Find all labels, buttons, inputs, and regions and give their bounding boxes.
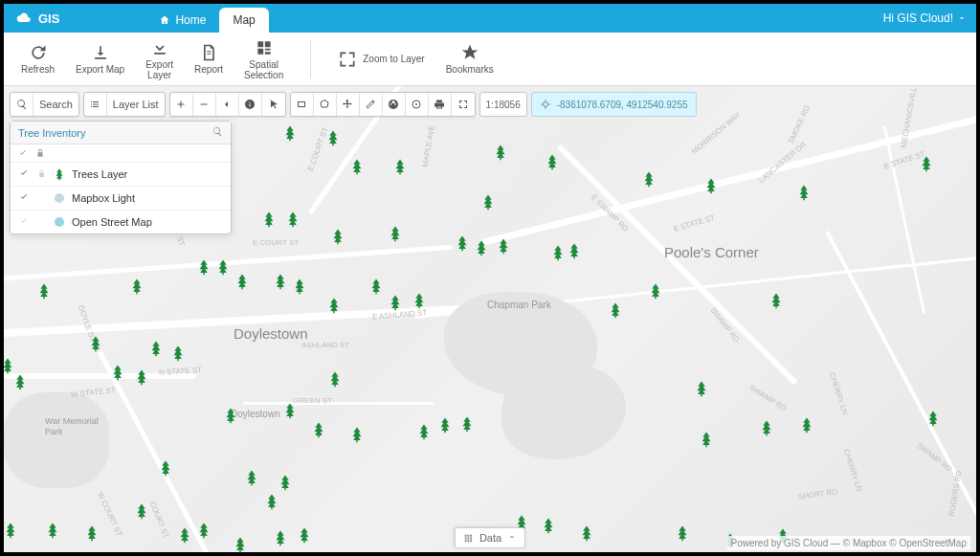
tree-marker[interactable] bbox=[4, 522, 19, 539]
tree-marker[interactable] bbox=[674, 524, 691, 542]
tree-marker[interactable] bbox=[157, 459, 174, 477]
tree-marker[interactable] bbox=[133, 502, 150, 520]
tree-marker[interactable] bbox=[310, 421, 327, 438]
logo[interactable]: GIS bbox=[13, 11, 59, 26]
tree-marker[interactable] bbox=[918, 155, 935, 172]
tree-marker[interactable] bbox=[147, 340, 165, 357]
tree-marker[interactable] bbox=[87, 335, 104, 352]
layer-row-trees[interactable]: Trees Layer bbox=[11, 163, 231, 187]
tree-marker[interactable] bbox=[4, 357, 16, 374]
tree-marker[interactable] bbox=[214, 258, 232, 276]
bookmarks-button[interactable]: Bookmarks bbox=[446, 43, 494, 75]
tree-marker[interactable] bbox=[348, 158, 366, 175]
tree-marker[interactable] bbox=[473, 239, 490, 256]
layer-check[interactable] bbox=[18, 168, 30, 180]
tree-marker[interactable] bbox=[566, 242, 583, 259]
tree-marker[interactable] bbox=[176, 526, 193, 544]
map[interactable]: Doylestown Poole's Corner Doylestown Cha… bbox=[4, 86, 976, 552]
search-icon-btn[interactable] bbox=[11, 93, 33, 116]
tree-marker[interactable] bbox=[640, 170, 657, 188]
tree-marker[interactable] bbox=[133, 368, 150, 386]
tree-marker[interactable] bbox=[291, 278, 308, 295]
layer-panel-zoom-icon[interactable] bbox=[212, 126, 223, 139]
tree-marker[interactable] bbox=[277, 474, 294, 491]
tree-marker[interactable] bbox=[647, 282, 664, 300]
tree-marker[interactable] bbox=[296, 526, 313, 544]
tab-map[interactable]: Map bbox=[219, 8, 268, 33]
refresh-button[interactable]: Refresh bbox=[21, 43, 55, 75]
tree-marker[interactable] bbox=[924, 410, 942, 427]
tree-marker[interactable] bbox=[281, 124, 299, 142]
tree-marker[interactable] bbox=[128, 278, 145, 295]
tree-marker[interactable] bbox=[698, 431, 715, 448]
tab-home[interactable]: Home bbox=[145, 8, 219, 33]
tree-marker[interactable] bbox=[109, 364, 126, 381]
list-icon-btn[interactable] bbox=[84, 93, 107, 116]
tree-marker[interactable] bbox=[415, 423, 433, 440]
search-group[interactable]: Search bbox=[10, 92, 79, 117]
tree-marker[interactable] bbox=[549, 244, 567, 261]
measure-button[interactable] bbox=[360, 93, 383, 116]
tree-marker[interactable] bbox=[458, 415, 476, 433]
data-panel-toggle[interactable]: Data bbox=[455, 527, 525, 548]
tree-marker[interactable] bbox=[272, 273, 289, 290]
layer-check[interactable] bbox=[18, 216, 30, 228]
info-button[interactable] bbox=[239, 93, 262, 116]
tree-marker[interactable] bbox=[436, 416, 454, 434]
tree-marker[interactable] bbox=[495, 237, 512, 255]
tree-marker[interactable] bbox=[234, 273, 251, 290]
export-layer-button[interactable]: Export Layer bbox=[145, 38, 173, 80]
tree-marker[interactable] bbox=[795, 184, 813, 201]
tree-marker[interactable] bbox=[195, 258, 212, 276]
tree-marker[interactable] bbox=[387, 225, 404, 242]
print-button[interactable] bbox=[429, 93, 452, 116]
tree-marker[interactable] bbox=[325, 297, 343, 314]
tree-marker[interactable] bbox=[11, 373, 29, 390]
tree-marker[interactable] bbox=[169, 345, 187, 362]
tree-marker[interactable] bbox=[479, 193, 497, 211]
zoom-out-button[interactable] bbox=[193, 93, 216, 116]
layer-row-mapbox[interactable]: Mapbox Light bbox=[11, 187, 231, 211]
tree-marker[interactable] bbox=[222, 407, 239, 424]
tree-marker[interactable] bbox=[540, 517, 557, 534]
tree-marker[interactable] bbox=[758, 419, 775, 436]
tree-marker[interactable] bbox=[411, 292, 428, 309]
tree-marker[interactable] bbox=[281, 402, 299, 419]
fullscreen-button[interactable] bbox=[452, 93, 475, 116]
tree-marker[interactable] bbox=[272, 529, 289, 546]
tree-marker[interactable] bbox=[263, 493, 280, 510]
layer-check[interactable] bbox=[18, 192, 30, 204]
tree-marker[interactable] bbox=[391, 158, 409, 175]
tree-marker[interactable] bbox=[544, 153, 561, 170]
tree-marker[interactable] bbox=[329, 228, 346, 245]
pointer-button[interactable] bbox=[262, 93, 285, 116]
tree-marker[interactable] bbox=[368, 278, 385, 295]
back-button[interactable] bbox=[216, 93, 239, 116]
tree-marker[interactable] bbox=[326, 370, 344, 388]
select-rect-button[interactable] bbox=[291, 93, 314, 116]
tree-marker[interactable] bbox=[607, 301, 624, 319]
tree-marker[interactable] bbox=[798, 416, 815, 434]
zoom-in-button[interactable] bbox=[170, 93, 193, 116]
tree-marker[interactable] bbox=[348, 426, 366, 443]
tree-marker[interactable] bbox=[35, 282, 53, 300]
globe-button[interactable] bbox=[383, 93, 406, 116]
select-poly-button[interactable] bbox=[314, 93, 337, 116]
layer-list-group[interactable]: Layer List bbox=[83, 92, 166, 117]
tree-marker[interactable] bbox=[260, 211, 278, 228]
spatial-selection-button[interactable]: Spatial Selection bbox=[244, 38, 283, 80]
tree-marker[interactable] bbox=[324, 129, 342, 146]
zoom-to-layer-button[interactable]: Zoom to Layer bbox=[338, 50, 424, 69]
export-map-button[interactable]: Export Map bbox=[76, 43, 124, 75]
tree-marker[interactable] bbox=[232, 536, 249, 552]
tree-marker[interactable] bbox=[387, 294, 404, 311]
report-button[interactable]: Report bbox=[194, 43, 223, 75]
tree-marker[interactable] bbox=[83, 524, 100, 542]
tree-marker[interactable] bbox=[243, 469, 260, 486]
tree-marker[interactable] bbox=[702, 177, 720, 194]
tree-marker[interactable] bbox=[284, 211, 301, 228]
tree-marker[interactable] bbox=[578, 524, 595, 542]
layer-lock[interactable] bbox=[35, 168, 47, 180]
tree-marker[interactable] bbox=[454, 234, 471, 252]
user-menu[interactable]: Hi GIS Cloud! bbox=[883, 11, 967, 25]
